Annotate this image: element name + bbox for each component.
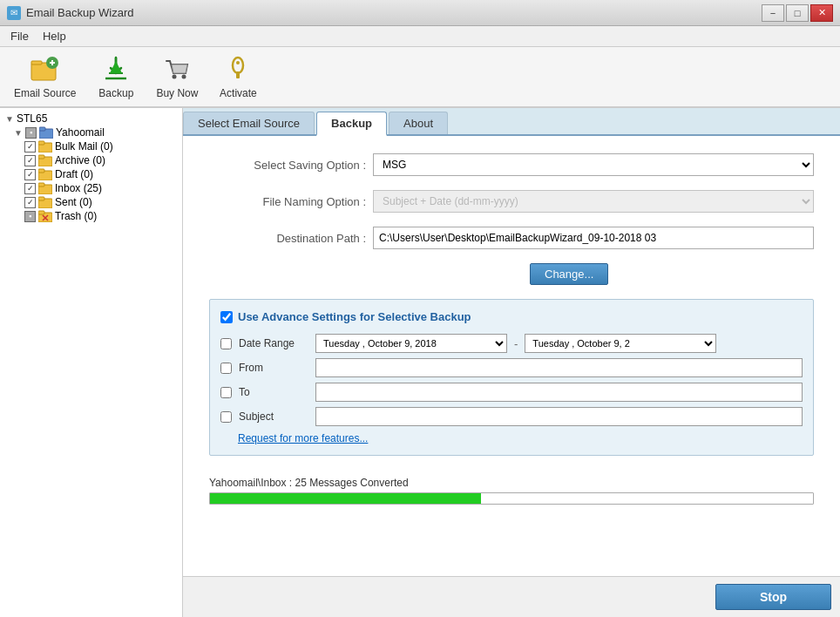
date-range-checkbox[interactable]: [220, 338, 232, 349]
from-input[interactable]: [315, 358, 803, 377]
saving-option-select[interactable]: MSG PST PDF EML MBOX: [373, 153, 814, 176]
svg-point-12: [233, 58, 243, 73]
tree-root[interactable]: ▼ STL65: [3, 112, 179, 125]
subject-label: Subject: [239, 410, 308, 423]
advanced-header: Use Advance Settings for Selective Backu…: [220, 310, 803, 323]
yahoo-label: Yahoomail: [56, 126, 105, 139]
sent-folder-icon: [38, 196, 52, 208]
to-checkbox[interactable]: [220, 387, 232, 398]
sent-checkbox[interactable]: ✓: [24, 197, 36, 208]
date-range-end-select[interactable]: Tuesday , October 9, 2: [525, 334, 716, 353]
bulk-folder-icon: [38, 140, 52, 153]
trash-label: Trash (0): [55, 210, 97, 222]
menu-help[interactable]: Help: [36, 28, 73, 44]
inbox-checkbox[interactable]: ✓: [24, 183, 36, 194]
advanced-checkbox[interactable]: [220, 311, 233, 323]
request-link-area: Request for more features...: [220, 431, 803, 444]
from-label: From: [239, 362, 308, 374]
activate-icon: [222, 54, 254, 85]
draft-checkbox[interactable]: ✓: [24, 169, 36, 180]
tree-bulk-mail[interactable]: ✓ Bulk Mail (0): [3, 139, 179, 153]
date-range-separator: -: [514, 337, 518, 350]
app-icon: ✉: [7, 6, 21, 20]
menu-file[interactable]: File: [3, 28, 36, 44]
change-button[interactable]: Change...: [530, 263, 608, 285]
svg-rect-1: [31, 61, 42, 64]
request-link[interactable]: Request for more features...: [238, 429, 368, 444]
date-range-start-select[interactable]: Tuesday , October 9, 2018: [315, 334, 507, 353]
change-btn-area: Change...: [373, 263, 814, 285]
minimize-button[interactable]: −: [762, 4, 784, 22]
toolbar-activate[interactable]: Activate: [212, 51, 264, 103]
toolbar: Email Source Backup Buy Now: [0, 47, 840, 108]
date-range-label: Date Range: [239, 337, 308, 349]
toolbar-backup[interactable]: Backup: [90, 51, 142, 103]
from-checkbox[interactable]: [220, 363, 232, 374]
progress-bar-fill: [210, 493, 481, 504]
tree-yahoomail[interactable]: ▼ ▪ Yahoomail: [3, 125, 179, 139]
tab-backup[interactable]: Backup: [316, 112, 387, 136]
to-input[interactable]: [315, 383, 803, 402]
saving-option-label: Select Saving Option :: [209, 159, 366, 172]
email-source-icon: [30, 54, 61, 85]
svg-rect-16: [39, 127, 45, 131]
activate-label: Activate: [220, 87, 257, 99]
file-naming-label: File Naming Option :: [209, 195, 366, 208]
subject-checkbox[interactable]: [220, 411, 232, 423]
destination-input[interactable]: [373, 227, 814, 249]
maximize-button[interactable]: □: [786, 4, 809, 22]
progress-section: Yahoomail\Inbox : 25 Messages Converted: [209, 477, 814, 505]
svg-marker-9: [110, 61, 122, 73]
archive-checkbox[interactable]: ✓: [24, 155, 36, 166]
stop-button[interactable]: Stop: [715, 584, 831, 610]
inbox-folder-icon: [38, 182, 52, 194]
svg-rect-24: [38, 183, 44, 186]
svg-rect-18: [38, 141, 44, 145]
file-naming-select[interactable]: Subject + Date (dd-mm-yyyy): [373, 190, 814, 213]
destination-label: Destination Path :: [209, 232, 366, 245]
draft-folder-icon: [38, 168, 52, 180]
button-area: Stop: [183, 576, 840, 617]
advanced-section: Use Advance Settings for Selective Backu…: [209, 299, 814, 456]
saving-option-row: Select Saving Option : MSG PST PDF EML M…: [209, 153, 814, 176]
backup-icon: [100, 54, 132, 85]
menu-bar: File Help: [0, 26, 840, 47]
svg-point-11: [182, 75, 186, 79]
tree-sent[interactable]: ✓ Sent (0): [3, 195, 179, 209]
svg-rect-4: [51, 60, 53, 65]
from-row: From: [220, 358, 803, 377]
backup-label: Backup: [98, 87, 133, 99]
tree-archive[interactable]: ✓ Archive (0): [3, 153, 179, 167]
subject-input[interactable]: [315, 407, 803, 426]
svg-rect-13: [236, 71, 240, 78]
to-label: To: [239, 386, 308, 398]
file-naming-row: File Naming Option : Subject + Date (dd-…: [209, 190, 814, 213]
left-panel: ▼ STL65 ▼ ▪ Yahoomail ✓ Bulk Mail (0) ✓: [0, 108, 183, 617]
root-expand[interactable]: ▼: [5, 114, 14, 124]
toolbar-email-source[interactable]: Email Source: [7, 51, 83, 103]
window-controls: − □ ✕: [762, 4, 833, 22]
bulk-checkbox[interactable]: ✓: [24, 141, 36, 153]
tree-trash[interactable]: ▪ Trash (0): [3, 209, 179, 223]
svg-rect-20: [38, 155, 44, 159]
yahoo-folder-icon: [39, 126, 53, 139]
trash-folder-icon: [38, 210, 52, 222]
tree-inbox[interactable]: ✓ Inbox (25): [3, 181, 179, 195]
draft-label: Draft (0): [55, 168, 93, 180]
destination-path-row: Destination Path :: [209, 227, 814, 249]
yahoo-checkbox[interactable]: ▪: [25, 127, 37, 139]
svg-rect-22: [38, 169, 44, 173]
tab-select-email-source[interactable]: Select Email Source: [183, 112, 315, 134]
inbox-label: Inbox (25): [55, 182, 102, 194]
date-range-row: Date Range Tuesday , October 9, 2018 - T…: [220, 334, 803, 353]
archive-label: Archive (0): [55, 154, 105, 166]
advanced-title: Use Advance Settings for Selective Backu…: [238, 310, 471, 323]
progress-bar-background: [209, 492, 814, 505]
tree-draft[interactable]: ✓ Draft (0): [3, 167, 179, 181]
bulk-label: Bulk Mail (0): [55, 140, 113, 153]
toolbar-buy-now[interactable]: Buy Now: [149, 51, 205, 103]
close-button[interactable]: ✕: [810, 4, 833, 22]
tab-about[interactable]: About: [389, 112, 448, 134]
yahoo-expand[interactable]: ▼: [14, 128, 23, 138]
trash-checkbox[interactable]: ▪: [24, 211, 36, 222]
